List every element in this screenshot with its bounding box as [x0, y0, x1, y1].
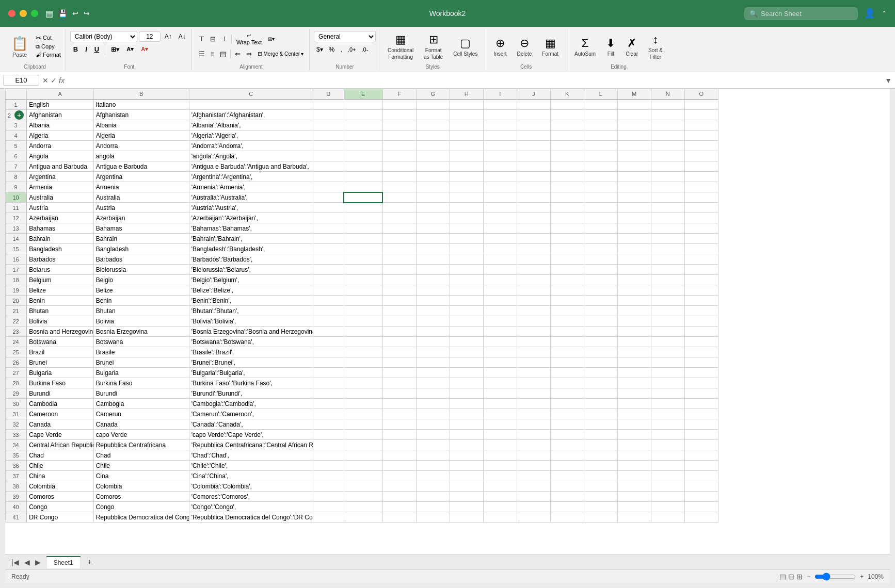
cell-G13[interactable]: [416, 223, 450, 234]
cell-A41[interactable]: DR Congo: [26, 512, 93, 522]
cell-L35[interactable]: [584, 450, 617, 461]
font-size-increase-button[interactable]: A↑: [162, 31, 174, 42]
cell-F31[interactable]: [382, 409, 416, 419]
cell-L11[interactable]: [584, 203, 617, 213]
cell-N38[interactable]: [651, 481, 684, 492]
cell-O37[interactable]: [684, 471, 718, 481]
cell-I31[interactable]: [483, 409, 517, 419]
cell-B13[interactable]: Bahamas: [93, 223, 189, 234]
cell-L28[interactable]: [584, 378, 617, 388]
cell-F40[interactable]: [382, 502, 416, 512]
cell-M27[interactable]: [617, 368, 651, 378]
cell-G5[interactable]: [416, 141, 450, 151]
cell-B20[interactable]: Benin: [93, 296, 189, 306]
cell-B5[interactable]: Andorra: [93, 141, 189, 151]
row-header-24[interactable]: 24: [6, 337, 27, 347]
column-header-M[interactable]: M: [617, 89, 651, 100]
copy-button[interactable]: ⧉ Copy: [34, 43, 62, 51]
cell-I2[interactable]: [483, 110, 517, 120]
cell-D2[interactable]: [313, 110, 344, 120]
cell-F2[interactable]: [382, 110, 416, 120]
cell-O25[interactable]: [684, 347, 718, 357]
cell-J24[interactable]: [517, 337, 550, 347]
cell-O6[interactable]: [684, 151, 718, 161]
cell-E22[interactable]: [344, 316, 382, 326]
cell-B26[interactable]: Brunei: [93, 357, 189, 368]
cell-N2[interactable]: [651, 110, 684, 120]
cell-D10[interactable]: [313, 192, 344, 203]
cell-C39[interactable]: 'Comoros':'Comoros',: [189, 492, 313, 502]
row-header-3[interactable]: 3: [6, 120, 27, 130]
cell-O32[interactable]: [684, 419, 718, 430]
row-header-2[interactable]: 2 +: [6, 110, 27, 120]
row-header-20[interactable]: 20: [6, 296, 27, 306]
cell-C19[interactable]: 'Belize':'Belize',: [189, 285, 313, 296]
cell-L14[interactable]: [584, 234, 617, 244]
cell-D19[interactable]: [313, 285, 344, 296]
cell-H15[interactable]: [450, 244, 483, 254]
cell-C5[interactable]: 'Andorra':'Andorra',: [189, 141, 313, 151]
cell-D6[interactable]: [313, 151, 344, 161]
cell-K3[interactable]: [550, 120, 584, 130]
cell-H2[interactable]: [450, 110, 483, 120]
cell-reference-input[interactable]: [3, 75, 39, 86]
cell-I14[interactable]: [483, 234, 517, 244]
cell-C24[interactable]: 'Botswana':'Botswana',: [189, 337, 313, 347]
cell-styles-button[interactable]: ▢ Cell Styles: [449, 35, 482, 59]
cell-E41[interactable]: [344, 512, 382, 522]
wrap-text-button[interactable]: ↵ Wrap Text: [233, 31, 265, 47]
cell-A6[interactable]: Angola: [26, 151, 93, 161]
cell-E6[interactable]: [344, 151, 382, 161]
cell-B38[interactable]: Colombia: [93, 481, 189, 492]
cell-A19[interactable]: Belize: [26, 285, 93, 296]
cell-A15[interactable]: Bangladesh: [26, 244, 93, 254]
cell-M13[interactable]: [617, 223, 651, 234]
border-button[interactable]: ⊞▾: [108, 44, 122, 55]
cell-H17[interactable]: [450, 265, 483, 275]
cell-I18[interactable]: [483, 275, 517, 285]
cell-I38[interactable]: [483, 481, 517, 492]
cell-K4[interactable]: [550, 130, 584, 141]
cell-H40[interactable]: [450, 502, 483, 512]
cell-K18[interactable]: [550, 275, 584, 285]
cell-I34[interactable]: [483, 440, 517, 450]
cell-F32[interactable]: [382, 419, 416, 430]
font-name-select[interactable]: Calibri (Body): [70, 31, 137, 42]
cell-I1[interactable]: [483, 100, 517, 110]
cell-L37[interactable]: [584, 471, 617, 481]
cell-G22[interactable]: [416, 316, 450, 326]
row-header-12[interactable]: 12: [6, 213, 27, 223]
paste-button[interactable]: 📋 Paste: [7, 34, 32, 60]
row-header-28[interactable]: 28: [6, 378, 27, 388]
column-header-L[interactable]: L: [584, 89, 617, 100]
row-header-4[interactable]: 4: [6, 130, 27, 141]
cell-B15[interactable]: Bangladesh: [93, 244, 189, 254]
cell-B18[interactable]: Belgio: [93, 275, 189, 285]
cell-F35[interactable]: [382, 450, 416, 461]
cell-E38[interactable]: [344, 481, 382, 492]
maximize-button[interactable]: [31, 10, 38, 17]
cell-N6[interactable]: [651, 151, 684, 161]
cell-O12[interactable]: [684, 213, 718, 223]
cell-L18[interactable]: [584, 275, 617, 285]
cell-L12[interactable]: [584, 213, 617, 223]
close-button[interactable]: [8, 10, 15, 17]
cell-G4[interactable]: [416, 130, 450, 141]
row-header-22[interactable]: 22: [6, 316, 27, 326]
cell-H20[interactable]: [450, 296, 483, 306]
cell-E28[interactable]: [344, 378, 382, 388]
cell-F10[interactable]: [382, 192, 416, 203]
cell-D18[interactable]: [313, 275, 344, 285]
cell-G10[interactable]: [416, 192, 450, 203]
cell-A9[interactable]: Armenia: [26, 182, 93, 192]
cell-B10[interactable]: Australia: [93, 192, 189, 203]
cell-I40[interactable]: [483, 502, 517, 512]
cell-N10[interactable]: [651, 192, 684, 203]
cell-D40[interactable]: [313, 502, 344, 512]
cell-N5[interactable]: [651, 141, 684, 151]
cell-H9[interactable]: [450, 182, 483, 192]
cell-M41[interactable]: [617, 512, 651, 522]
cell-M40[interactable]: [617, 502, 651, 512]
format-cells-button[interactable]: ▦ Format: [538, 35, 563, 59]
cell-M16[interactable]: [617, 254, 651, 265]
